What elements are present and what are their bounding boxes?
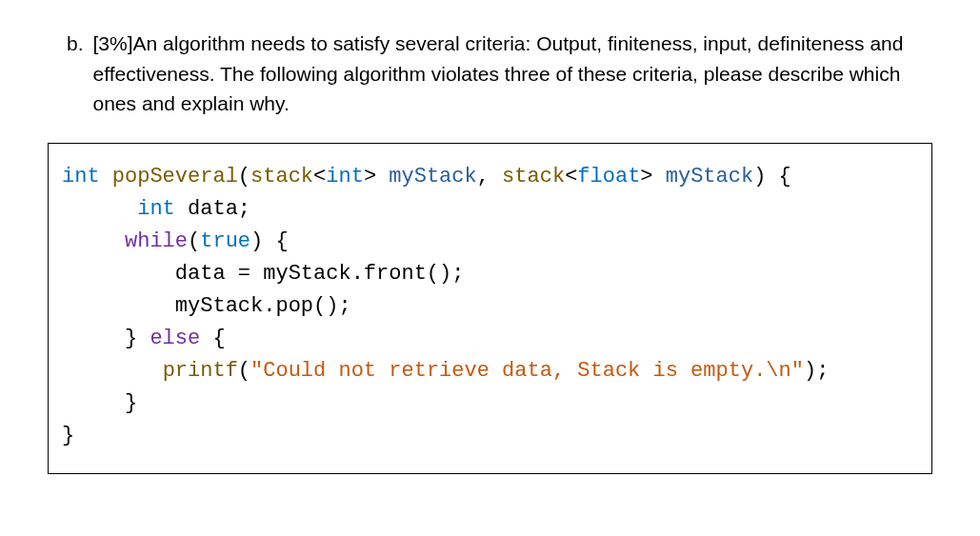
angle-gt: > bbox=[640, 165, 652, 189]
keyword-int: int bbox=[326, 165, 364, 189]
paren-open: ( bbox=[188, 229, 200, 253]
param-name: myStack bbox=[653, 165, 754, 189]
code-box: int popSeveral(stack<int> myStack, stack… bbox=[48, 143, 932, 475]
keyword-else: else bbox=[137, 327, 212, 350]
code-line-body1: data = myStack.front(); bbox=[62, 258, 918, 290]
angle-lt: < bbox=[565, 165, 577, 189]
question-block: b. [3%]An algorithm needs to satisfy sev… bbox=[48, 29, 932, 119]
keyword-true: true bbox=[200, 229, 250, 253]
paren-close: ) bbox=[753, 165, 766, 189]
paren-open: ( bbox=[238, 165, 250, 189]
type-stack: stack bbox=[502, 165, 565, 189]
function-name: popSeveral bbox=[112, 165, 238, 189]
var-decl: data; bbox=[175, 197, 250, 221]
brace-close: } bbox=[125, 391, 137, 415]
indent bbox=[62, 197, 137, 221]
brace-open: { bbox=[766, 165, 790, 189]
string-literal: "Could not retrieve data, Stack is empty… bbox=[250, 359, 804, 383]
code-line-signature: int popSeveral(stack<int> myStack, stack… bbox=[62, 161, 918, 193]
fn-printf: printf bbox=[163, 359, 238, 383]
brace-close: } bbox=[125, 327, 137, 350]
indent bbox=[62, 391, 125, 415]
keyword-float: float bbox=[577, 165, 640, 189]
indent bbox=[62, 327, 125, 350]
code-line-while: while(true) { bbox=[62, 226, 918, 258]
code-line-inner-close: } bbox=[62, 387, 918, 420]
angle-gt: > bbox=[364, 165, 376, 189]
brace-close: } bbox=[62, 424, 74, 447]
keyword-int: int bbox=[62, 165, 100, 189]
code-line-decl: int data; bbox=[62, 193, 918, 226]
indent bbox=[62, 359, 163, 383]
code-line-printf: printf("Could not retrieve data, Stack i… bbox=[62, 355, 918, 387]
paren-open: ( bbox=[238, 359, 250, 383]
type-stack: stack bbox=[250, 165, 313, 189]
angle-lt: < bbox=[313, 165, 326, 189]
brace-open: { bbox=[212, 327, 225, 350]
question-line: b. [3%]An algorithm needs to satisfy sev… bbox=[48, 29, 932, 119]
indent bbox=[62, 262, 175, 286]
question-label: b. bbox=[48, 29, 84, 59]
indent bbox=[62, 294, 175, 318]
code-line-outer-close: } bbox=[62, 420, 918, 452]
stmt: data = myStack.front(); bbox=[175, 262, 465, 286]
code-line-body2: myStack.pop(); bbox=[62, 290, 918, 323]
comma: , bbox=[477, 165, 502, 189]
keyword-int: int bbox=[137, 197, 175, 221]
paren-close: ); bbox=[804, 359, 829, 383]
paren-close: ) bbox=[250, 229, 263, 253]
keyword-while: while bbox=[125, 229, 188, 253]
code-line-else: } else { bbox=[62, 323, 918, 355]
stmt: myStack.pop(); bbox=[175, 294, 351, 318]
param-name: myStack bbox=[376, 165, 477, 189]
question-text: [3%]An algorithm needs to satisfy severa… bbox=[93, 29, 932, 119]
brace-open: { bbox=[263, 229, 288, 253]
indent bbox=[62, 229, 125, 253]
